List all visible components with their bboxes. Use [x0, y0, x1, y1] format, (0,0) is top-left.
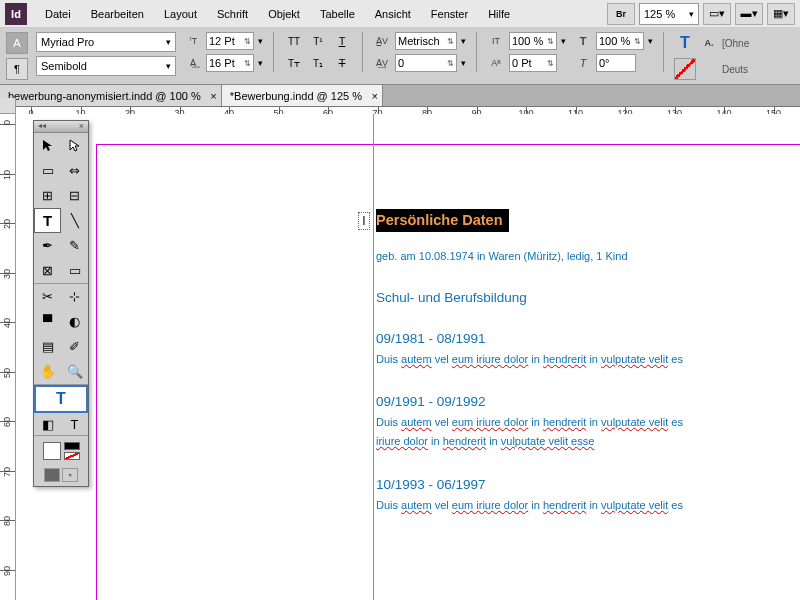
tracking-icon: A͢V	[373, 54, 391, 72]
cv-heading: Persönliche Daten	[376, 209, 509, 232]
app-icon: Id	[5, 3, 27, 25]
cv-lorem: iriure dolor in hendrerit in vulputate v…	[376, 431, 800, 451]
direct-selection-tool[interactable]	[61, 133, 88, 158]
type-tool[interactable]: T	[34, 208, 61, 233]
pencil-tool[interactable]: ✎	[61, 233, 88, 258]
menu-objekt[interactable]: Objekt	[258, 0, 310, 28]
rotation-input[interactable]: 0°	[596, 54, 636, 72]
rectangle-tool[interactable]: ▭	[61, 258, 88, 283]
cv-lorem: Duis autem vel eum iriure dolor in hendr…	[376, 412, 800, 432]
underline-icon[interactable]: T	[332, 32, 352, 50]
text-frame[interactable]: Persönliche Daten geb. am 10.08.1974 in …	[376, 209, 800, 514]
font-size-icon: ᵀT	[184, 32, 202, 50]
rectangle-frame-tool[interactable]: ⊠	[34, 258, 61, 283]
view-normal[interactable]	[44, 468, 60, 482]
strikethrough-icon[interactable]: T	[332, 54, 352, 72]
ruler-origin[interactable]	[0, 98, 16, 114]
cv-dates: 09/1991 - 09/1992	[376, 392, 800, 412]
selection-tool[interactable]	[34, 133, 61, 158]
menu-bearbeiten[interactable]: Bearbeiten	[81, 0, 154, 28]
document-canvas[interactable]: I Persönliche Daten geb. am 10.08.1974 i…	[16, 114, 800, 600]
tab-bewerbung-anonymisiert[interactable]: bewerbung-anonymisiert.indd @ 100 %×	[0, 85, 222, 106]
vertical-ruler[interactable]: 0102030405060708090	[0, 114, 16, 600]
baseline-icon: Aª	[487, 54, 505, 72]
tools-panel[interactable]: ▭ ⇔ ⊞ ⊟ T ╲ ✒ ✎ ⊠ ▭ ✂ ⊹ ▀ ◐ ▤ ✐ ✋ 🔍 T ◧ …	[33, 120, 89, 487]
view-preview[interactable]: ▫	[62, 468, 78, 482]
scissors-tool[interactable]: ✂	[34, 284, 61, 309]
screen-mode-icon[interactable]: ▬▾	[735, 3, 763, 25]
leading-icon: A͟	[184, 54, 202, 72]
text-cursor-icon: I	[358, 212, 370, 230]
menu-layout[interactable]: Layout	[154, 0, 207, 28]
page-tool[interactable]: ▭	[34, 158, 61, 183]
font-size-input[interactable]: 12 Pt	[206, 32, 254, 50]
tab-bewerbung[interactable]: *Bewerbung.indd @ 125 %×	[222, 85, 383, 106]
smallcaps-icon[interactable]: Tᴛ	[284, 54, 304, 72]
gradient-feather-tool[interactable]: ◐	[61, 309, 88, 334]
default-fill-stroke[interactable]: ◧	[34, 413, 61, 435]
fill-label: [Ohne	[722, 38, 749, 49]
allcaps-icon[interactable]: TT	[284, 32, 304, 50]
formatting-text-icon[interactable]: T	[61, 413, 88, 435]
gradient-swatch-tool[interactable]: ▀	[34, 309, 61, 334]
zoom-select[interactable]: 125 %	[639, 3, 699, 25]
free-transform-tool[interactable]: ⊹	[61, 284, 88, 309]
line-tool[interactable]: ╲	[61, 208, 88, 233]
document-tab-bar: bewerbung-anonymisiert.indd @ 100 %× *Be…	[0, 85, 800, 107]
gap-tool[interactable]: ⇔	[61, 158, 88, 183]
superscript-icon[interactable]: T¹	[308, 32, 328, 50]
cv-line-personal: geb. am 10.08.1974 in Waren (Müritz), le…	[376, 246, 800, 266]
close-icon[interactable]: ×	[210, 90, 216, 102]
note-tool[interactable]: ▤	[34, 334, 61, 359]
cv-dates: 09/1981 - 08/1991	[376, 329, 800, 349]
menu-datei[interactable]: Datei	[35, 0, 81, 28]
kerning-icon: A̲V	[373, 32, 391, 50]
lang-label: Deuts	[722, 64, 748, 75]
tracking-input[interactable]: 0	[395, 54, 457, 72]
hscale-input[interactable]: 100 %	[596, 32, 644, 50]
fill-text-toggle[interactable]: T	[34, 385, 88, 413]
cv-dates: 10/1993 - 06/1997	[376, 475, 800, 495]
apply-color[interactable]	[64, 442, 80, 450]
pen-tool[interactable]: ✒	[34, 233, 61, 258]
vscale-icon: IT	[487, 32, 505, 50]
leading-input[interactable]: 16 Pt	[206, 54, 254, 72]
fill-stroke-swatches[interactable]	[34, 436, 88, 466]
stroke-color-icon[interactable]	[674, 58, 696, 80]
fill-color-icon[interactable]: T	[674, 32, 696, 54]
zoom-tool[interactable]: 🔍	[61, 359, 88, 384]
font-weight-select[interactable]: Semibold	[36, 56, 176, 76]
content-placer-tool[interactable]: ⊟	[61, 183, 88, 208]
close-icon[interactable]: ×	[372, 90, 378, 102]
font-family-select[interactable]: Myriad Pro	[36, 32, 176, 52]
vertical-guide[interactable]	[373, 114, 374, 600]
charstyle-icon[interactable]: A.	[700, 34, 718, 52]
vscale-input[interactable]: 100 %	[509, 32, 557, 50]
hand-tool[interactable]: ✋	[34, 359, 61, 384]
eyedropper-tool[interactable]: ✐	[61, 334, 88, 359]
menu-schrift[interactable]: Schrift	[207, 0, 258, 28]
skew-icon: T	[574, 54, 592, 72]
baseline-input[interactable]: 0 Pt	[509, 54, 557, 72]
view-mode-icon[interactable]: ▭▾	[703, 3, 731, 25]
apply-none[interactable]	[64, 452, 80, 460]
menu-hilfe[interactable]: Hilfe	[478, 0, 520, 28]
arrange-icon[interactable]: ▦▾	[767, 3, 795, 25]
para-mode-icon[interactable]: ¶	[6, 58, 28, 80]
cv-lorem: Duis autem vel eum iriure dolor in hendr…	[376, 495, 800, 515]
menu-tabelle[interactable]: Tabelle	[310, 0, 365, 28]
hscale-icon: T	[574, 32, 592, 50]
cv-section-title: Schul- und Berufsbildung	[376, 288, 800, 308]
char-mode-icon[interactable]: A	[6, 32, 28, 54]
cv-lorem: Duis autem vel eum iriure dolor in hendr…	[376, 349, 800, 369]
menubar: Id Datei Bearbeiten Layout Schrift Objek…	[0, 0, 800, 28]
menu-ansicht[interactable]: Ansicht	[365, 0, 421, 28]
kerning-input[interactable]: Metrisch	[395, 32, 457, 50]
panel-header[interactable]	[34, 121, 88, 133]
bridge-icon[interactable]: Br	[607, 3, 635, 25]
subscript-icon[interactable]: T₁	[308, 54, 328, 72]
menu-fenster[interactable]: Fenster	[421, 0, 478, 28]
control-panel: A ¶ Myriad Pro Semibold ᵀT 12 Pt▾ A͟ 16 …	[0, 28, 800, 85]
fill-swatch[interactable]	[43, 442, 61, 460]
content-collector-tool[interactable]: ⊞	[34, 183, 61, 208]
